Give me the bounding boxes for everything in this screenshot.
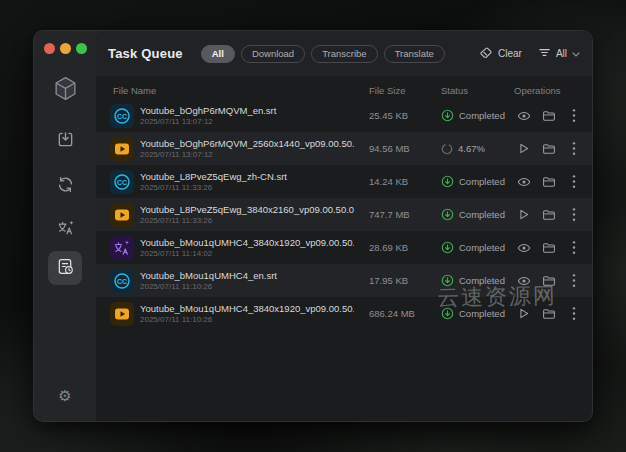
eye-icon[interactable] — [516, 273, 531, 288]
file-name: Youtube_L8PveZ5qEwg_3840x2160_vp09.00.50… — [140, 204, 354, 215]
topbar: Task Queue AllDownloadTranscribeTranslat… — [96, 31, 592, 76]
play-icon[interactable] — [516, 207, 531, 222]
operations-cell — [513, 108, 581, 123]
folder-icon[interactable] — [541, 240, 556, 255]
status-cell: Completed — [441, 241, 513, 254]
close-window-button[interactable] — [44, 43, 55, 54]
column-status: Status — [441, 85, 514, 96]
file-size: 28.69 KB — [369, 242, 441, 253]
table-row[interactable]: CCYoutube_bMou1qUMHC4_en.srt2025/07/11 1… — [96, 264, 592, 297]
filter-tabs: AllDownloadTranscribeTranslate — [201, 45, 445, 63]
tab-transcribe[interactable]: Transcribe — [311, 45, 378, 63]
folder-icon[interactable] — [541, 141, 556, 156]
video-play-icon — [110, 137, 134, 161]
table-row[interactable]: CCYoutube_bOghP6rMQVM_en.srt2025/07/11 1… — [96, 99, 592, 132]
more-icon[interactable] — [566, 108, 581, 123]
window-controls — [44, 43, 87, 54]
table-row[interactable]: CCYoutube_L8PveZ5qEwg_zh-CN.srt2025/07/1… — [96, 165, 592, 198]
folder-icon[interactable] — [541, 108, 556, 123]
table-row[interactable]: Youtube_L8PveZ5qEwg_3840x2160_vp09.00.50… — [96, 198, 592, 231]
more-icon[interactable] — [566, 207, 581, 222]
clear-button-label: Clear — [498, 48, 522, 59]
page-title: Task Queue — [108, 46, 183, 61]
task-list-icon — [56, 257, 75, 280]
sidebar-nav: ⚙ — [34, 31, 96, 421]
filter-dropdown[interactable]: All — [538, 46, 580, 61]
tab-translate[interactable]: Translate — [384, 45, 445, 63]
eye-icon[interactable] — [516, 174, 531, 189]
file-size: 94.56 MB — [369, 143, 441, 154]
more-icon[interactable] — [566, 240, 581, 255]
main-panel: Task Queue AllDownloadTranscribeTranslat… — [96, 31, 592, 421]
column-file-size: File Size — [369, 85, 441, 96]
file-size: 14.24 KB — [369, 176, 441, 187]
sidebar-item-convert[interactable] — [48, 169, 82, 203]
more-icon[interactable] — [566, 306, 581, 321]
zoom-window-button[interactable] — [76, 43, 87, 54]
video-play-icon — [110, 203, 134, 227]
status-text: Completed — [459, 209, 505, 220]
minimize-window-button[interactable] — [60, 43, 71, 54]
sidebar-item-settings[interactable]: ⚙ — [48, 379, 82, 413]
status-cell: Completed — [441, 208, 513, 221]
operations-cell — [513, 306, 581, 321]
svg-text:CC: CC — [117, 277, 127, 284]
more-icon[interactable] — [566, 141, 581, 156]
app-window: ⚙ Task Queue AllDownloadTranscribeTransl… — [33, 30, 593, 422]
column-file-name: File Name — [113, 85, 369, 96]
operations-cell — [513, 273, 581, 288]
eye-icon[interactable] — [516, 108, 531, 123]
file-size: 17.95 KB — [369, 275, 441, 286]
table-row[interactable]: Youtube_bMou1qUMHC4_3840x1920_vp09.00.50… — [96, 297, 592, 330]
gear-icon: ⚙ — [58, 387, 71, 405]
table-row[interactable]: Youtube_bOghP6rMQVM_2560x1440_vp09.00.50… — [96, 132, 592, 165]
folder-icon[interactable] — [541, 207, 556, 222]
file-size: 686.24 MB — [369, 308, 441, 319]
file-date: 2025/07/11 11:14:02 — [140, 249, 369, 258]
folder-icon[interactable] — [541, 306, 556, 321]
svg-text:CC: CC — [117, 178, 127, 185]
filter-dropdown-value: All — [556, 48, 567, 59]
status-cell: Completed — [441, 175, 513, 188]
download-tray-icon — [56, 130, 75, 153]
file-name: Youtube_bOghP6rMQVM_2560x1440_vp09.00.50… — [140, 138, 354, 149]
table-row[interactable]: Youtube_bMou1qUMHC4_3840x1920_vp09.00.50… — [96, 231, 592, 264]
translate-file-icon — [110, 236, 134, 260]
clear-button[interactable]: Clear — [479, 46, 522, 62]
table-body: CCYoutube_bOghP6rMQVM_en.srt2025/07/11 1… — [96, 99, 592, 421]
file-name: Youtube_bMou1qUMHC4_en.srt — [140, 270, 354, 281]
more-icon[interactable] — [566, 273, 581, 288]
status-text: Completed — [459, 110, 505, 121]
folder-icon[interactable] — [541, 174, 556, 189]
eye-icon[interactable] — [516, 240, 531, 255]
file-date: 2025/07/11 13:07:12 — [140, 150, 369, 159]
more-icon[interactable] — [566, 174, 581, 189]
status-completed-icon — [441, 175, 454, 188]
folder-icon[interactable] — [541, 273, 556, 288]
sidebar-item-task-queue[interactable] — [48, 251, 82, 285]
file-name: Youtube_bOghP6rMQVM_en.srt — [140, 105, 354, 116]
file-date: 2025/07/11 11:10:26 — [140, 282, 369, 291]
operations-cell — [513, 207, 581, 222]
subtitle-cc-icon: CC — [110, 269, 134, 293]
play-icon[interactable] — [516, 306, 531, 321]
topbar-actions: Clear All — [479, 46, 580, 62]
file-size: 747.7 MB — [369, 209, 441, 220]
file-name: Youtube_bMou1qUMHC4_3840x1920_vp09.00.50… — [140, 303, 354, 314]
cube-logo — [52, 75, 79, 106]
file-size: 25.45 KB — [369, 110, 441, 121]
svg-text:CC: CC — [117, 112, 127, 119]
status-cell: 4.67% — [441, 143, 513, 155]
tab-download[interactable]: Download — [241, 45, 305, 63]
status-text: 4.67% — [458, 143, 485, 154]
sidebar-item-downloads[interactable] — [48, 124, 82, 158]
file-date: 2025/07/11 13:07:12 — [140, 117, 369, 126]
translate-icon — [56, 218, 75, 241]
status-cell: Completed — [441, 274, 513, 287]
play-icon[interactable] — [516, 141, 531, 156]
tab-all[interactable]: All — [201, 45, 235, 63]
sync-arrows-icon — [56, 175, 75, 198]
status-completed-icon — [441, 241, 454, 254]
operations-cell — [513, 174, 581, 189]
sidebar-item-translate[interactable] — [48, 212, 82, 246]
